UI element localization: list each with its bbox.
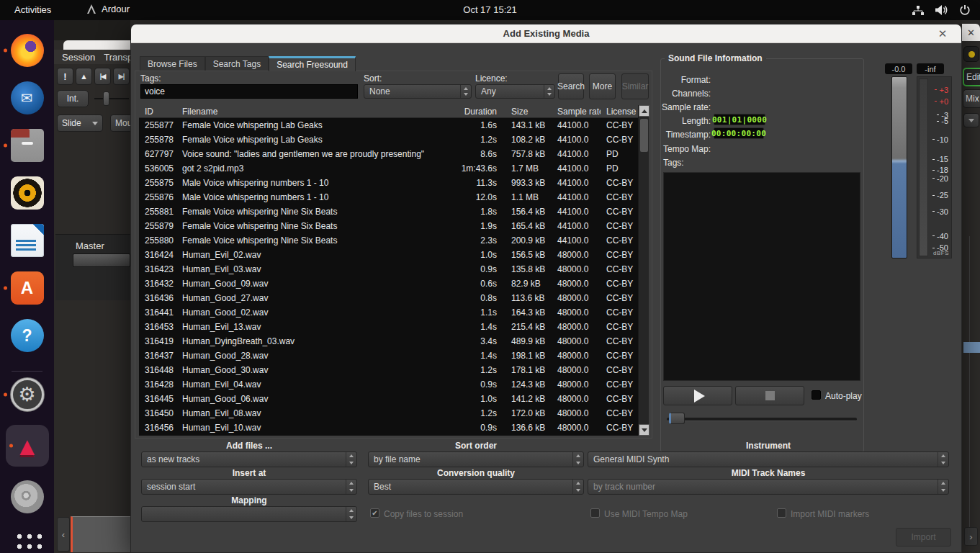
edit-mode-dropdown[interactable]: Slide bbox=[57, 114, 103, 132]
menu-session[interactable]: Session bbox=[62, 52, 95, 63]
table-row[interactable]: 316436 Human_Good_27.wav 0.8s 113.6 kB 4… bbox=[139, 291, 638, 305]
editor-close-icon[interactable]: ✕ bbox=[962, 24, 980, 41]
network-icon[interactable] bbox=[912, 6, 924, 15]
table-row[interactable]: 316428 Human_Evil_04.wav 0.9s 124.3 kB 4… bbox=[139, 377, 638, 392]
activities-button[interactable]: Activities bbox=[14, 4, 51, 15]
table-row[interactable]: 316441 Human_Good_02.wav 1.1s 164.3 kB 4… bbox=[139, 305, 638, 320]
volume-icon[interactable] bbox=[935, 5, 948, 15]
table-row[interactable]: 536005 got 2 s2pid.mp3 1m:43.6s 1.7 MB 4… bbox=[139, 161, 638, 176]
transport-button-icon[interactable] bbox=[113, 68, 130, 85]
dock-item[interactable] bbox=[0, 480, 54, 514]
column-header[interactable]: Sample rate bbox=[552, 107, 601, 117]
mix-page-button[interactable]: Mix bbox=[963, 89, 980, 108]
table-row[interactable]: 255880 Female Voice whispering Nine Six … bbox=[139, 233, 638, 248]
scroll-left-button[interactable]: ‹ bbox=[57, 517, 70, 552]
meter-value[interactable]: -inf bbox=[917, 63, 944, 74]
scroll-up-icon[interactable] bbox=[639, 105, 649, 117]
table-row[interactable]: 255875 Male Voice whispering numbers 1 -… bbox=[139, 176, 638, 190]
table-row[interactable]: 255877 Female Voice whispering Lab Geaks… bbox=[139, 118, 638, 132]
dock-item[interactable] bbox=[0, 527, 54, 553]
mouse-mode-button[interactable]: Mou bbox=[110, 114, 130, 132]
dock-item[interactable] bbox=[0, 377, 54, 412]
sort-order-dropdown[interactable]: by file name bbox=[368, 451, 584, 467]
table-row[interactable]: 316445 Human_Good_06.wav 1.0s 141.2 kB 4… bbox=[139, 392, 638, 406]
sync-source-button[interactable]: Int. bbox=[57, 90, 89, 107]
tags-textarea[interactable] bbox=[663, 172, 860, 381]
transport-button-icon[interactable] bbox=[94, 68, 111, 85]
clock-menu[interactable]: Oct 17 15:21 bbox=[463, 4, 516, 15]
column-header[interactable]: ID bbox=[139, 107, 176, 117]
cell-filename: Human_Evil_04.wav bbox=[176, 379, 441, 390]
table-row[interactable]: 316450 Human_Evil_08.wav 1.2s 172.0 kB 4… bbox=[139, 406, 638, 421]
more-button[interactable]: More bbox=[589, 73, 616, 99]
sort-dropdown[interactable]: None bbox=[364, 84, 472, 99]
dock-item[interactable] bbox=[0, 223, 54, 258]
scroll-down-icon[interactable] bbox=[639, 424, 649, 436]
edit-page-button[interactable]: Edit bbox=[963, 68, 980, 86]
table-row[interactable]: 316419 Human_DyingBreath_03.wav 3.4s 489… bbox=[139, 334, 638, 349]
shuttle-handle[interactable] bbox=[103, 91, 109, 106]
dock-item[interactable] bbox=[0, 271, 54, 305]
dock-item[interactable] bbox=[0, 318, 54, 353]
timestamp-clock[interactable]: 00:00:00:00 bbox=[714, 127, 764, 139]
transport-button-icon[interactable] bbox=[76, 68, 92, 85]
seek-slider-track[interactable] bbox=[667, 418, 857, 421]
autoplay-checkbox[interactable] bbox=[812, 390, 821, 400]
table-row[interactable]: 316453 Human_Evil_13.wav 1.4s 215.4 kB 4… bbox=[139, 320, 638, 334]
scroll-right-button[interactable]: › bbox=[964, 527, 978, 546]
master-gain-bar[interactable] bbox=[73, 253, 130, 267]
app-menu[interactable]: Ardour bbox=[86, 4, 130, 14]
conversion-dropdown[interactable]: Best bbox=[368, 479, 584, 495]
dialog-tab[interactable]: Browse Files bbox=[140, 56, 205, 71]
menu-transport[interactable]: Transport bbox=[104, 52, 130, 63]
table-row[interactable]: 627797 Voice sound: "ladies and gentleme… bbox=[139, 147, 638, 161]
dialog-tab[interactable]: Search Tags bbox=[205, 56, 269, 71]
transport-button-icon[interactable] bbox=[57, 68, 73, 85]
table-row[interactable]: 316423 Human_Evil_03.wav 0.9s 135.8 kB 4… bbox=[139, 262, 638, 276]
dock-item[interactable] bbox=[6, 425, 49, 467]
dialog-close-icon[interactable]: ✕ bbox=[935, 27, 950, 41]
table-row[interactable]: 316437 Human_Good_28.wav 1.4s 198.1 kB 4… bbox=[139, 349, 638, 363]
page-dropdown-button[interactable] bbox=[963, 113, 979, 127]
table-row[interactable]: 316448 Human_Good_30.wav 1.2s 178.1 kB 4… bbox=[139, 363, 638, 377]
shuttle-track[interactable] bbox=[94, 98, 129, 99]
table-row[interactable]: 316432 Human_Good_09.wav 0.6s 82.9 kB 48… bbox=[139, 276, 638, 291]
cell-filename: Human_Good_30.wav bbox=[176, 365, 441, 375]
column-header[interactable]: Filename bbox=[176, 107, 441, 117]
licence-dropdown[interactable]: Any bbox=[475, 84, 555, 99]
summary-widget[interactable] bbox=[71, 516, 130, 552]
power-icon[interactable] bbox=[960, 5, 970, 15]
table-row[interactable]: 255881 Female Voice whispering Nine Six … bbox=[139, 204, 638, 219]
table-row[interactable]: 255879 Female Voice whispering Nine Six … bbox=[139, 219, 638, 233]
play-button[interactable] bbox=[663, 386, 732, 405]
column-header[interactable]: Size bbox=[505, 107, 552, 117]
add-files-dropdown[interactable]: as new tracks bbox=[141, 451, 357, 467]
insert-at-dropdown[interactable]: session start bbox=[141, 479, 357, 495]
dialog-title: Add Existing Media bbox=[131, 28, 961, 39]
dock-item[interactable] bbox=[0, 33, 54, 68]
length-clock[interactable]: 001|01|0000 bbox=[714, 114, 765, 125]
audition-fader[interactable] bbox=[891, 76, 907, 258]
tags-search-input[interactable] bbox=[140, 84, 358, 99]
cell-filename: got 2 s2pid.mp3 bbox=[176, 163, 441, 174]
table-row[interactable]: 316424 Human_Evil_02.wav 1.0s 156.5 kB 4… bbox=[139, 248, 638, 262]
dialog-titlebar[interactable]: Add Existing Media ✕ bbox=[131, 24, 961, 43]
dock-item[interactable] bbox=[0, 128, 54, 163]
record-page-button[interactable] bbox=[963, 46, 979, 62]
table-row[interactable]: 255876 Male Voice whispering numbers 1 -… bbox=[139, 190, 638, 204]
mapping-dropdown[interactable] bbox=[141, 506, 357, 522]
instrument-dropdown[interactable]: General MIDI Synth bbox=[588, 451, 949, 467]
column-header[interactable]: License bbox=[601, 107, 638, 117]
search-button[interactable]: Search bbox=[558, 73, 584, 99]
scrollbar-thumb[interactable] bbox=[640, 119, 648, 152]
dialog-tab[interactable]: Search Freesound bbox=[269, 56, 356, 71]
table-row[interactable]: 255878 Female Voice whispering Lab Geaks… bbox=[139, 132, 638, 147]
column-header[interactable]: Duration bbox=[441, 107, 505, 117]
table-row[interactable]: 316456 Human_Evil_10.wav 0.9s 136.6 kB 4… bbox=[139, 421, 638, 435]
dock-item[interactable] bbox=[0, 81, 54, 115]
cell-size: 164.3 kB bbox=[505, 307, 552, 318]
fader-value[interactable]: -0.0 bbox=[885, 63, 912, 74]
dock-item[interactable] bbox=[0, 176, 54, 210]
seek-slider-handle[interactable] bbox=[669, 413, 685, 424]
table-scrollbar[interactable] bbox=[638, 105, 649, 436]
